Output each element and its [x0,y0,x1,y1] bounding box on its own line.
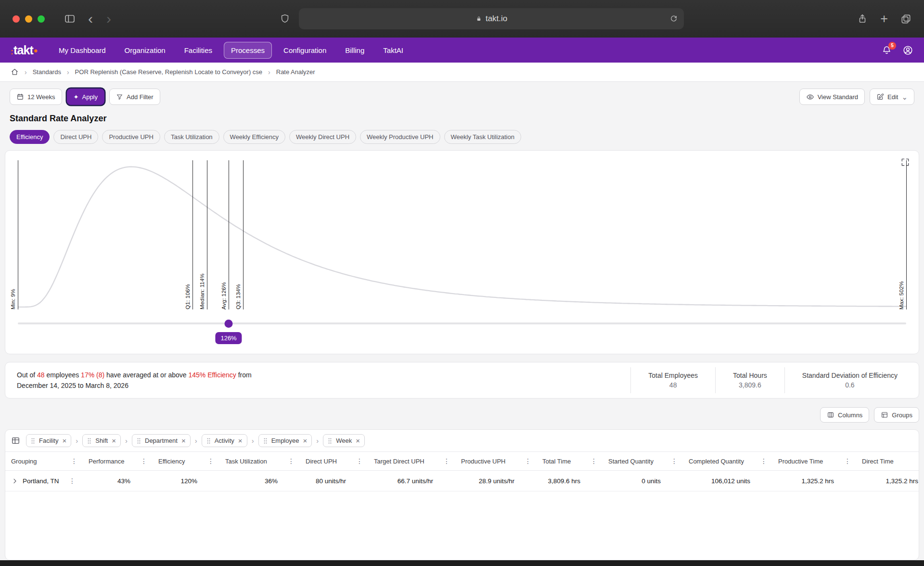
nav-item-organization[interactable]: Organization [117,42,173,59]
column-menu-icon[interactable]: ⋮ [69,457,79,465]
column-header-efficiency[interactable]: Efficiency⋮ [153,452,219,470]
share-icon[interactable] [857,13,868,24]
column-header-completed-quantity[interactable]: Completed Quantity⋮ [683,452,772,470]
tab-task-utilization[interactable]: Task Utilization [164,130,219,144]
remove-chip-icon[interactable]: × [303,437,307,444]
notifications-bell-icon[interactable]: 5 [882,45,892,55]
column-header-target-direct-uph[interactable]: Target Direct UPH⋮ [368,452,455,470]
column-menu-icon[interactable]: ⋮ [286,457,296,465]
grouping-chip-department[interactable]: Department × [132,434,191,447]
address-bar[interactable]: takt.io [299,8,684,29]
privacy-shield-icon[interactable] [280,13,290,24]
breadcrumb-rate-analyzer[interactable]: Rate Analyzer [276,68,315,76]
row-menu-icon[interactable]: ⋮ [67,477,77,485]
nav-item-configuration[interactable]: Configuration [276,42,334,59]
profile-avatar-icon[interactable] [902,45,913,56]
grouping-table-icon[interactable] [11,436,20,445]
close-window-button[interactable] [13,15,20,23]
column-header-total-time[interactable]: Total Time⋮ [537,452,603,470]
forward-button[interactable]: › [106,12,111,26]
grouping-chip-shift[interactable]: Shift × [82,434,121,447]
column-menu-icon[interactable]: ⋮ [139,457,149,465]
lock-icon [475,15,482,22]
drag-handle-icon[interactable] [137,437,141,444]
drag-handle-icon[interactable] [263,437,268,444]
tab-overview-icon[interactable] [900,13,911,25]
column-header-direct-uph[interactable]: Direct UPH⋮ [300,452,368,470]
nav-item-billing[interactable]: Billing [338,42,372,59]
edit-button[interactable]: Edit ⌄ [870,89,914,105]
minimize-window-button[interactable] [25,15,32,23]
grouping-chip-activity[interactable]: Activity × [202,434,247,447]
remove-chip-icon[interactable]: × [181,437,186,444]
date-range-button[interactable]: 12 Weeks [10,89,62,105]
slider-track[interactable] [18,322,906,324]
column-header-grouping[interactable]: Grouping⋮ [5,452,83,470]
column-header-direct-time[interactable]: Direct Time⋮ [856,452,919,470]
nav-items: My Dashboard Organization Facilities Pro… [51,42,411,59]
groups-label: Groups [892,412,912,419]
remove-chip-icon[interactable]: × [112,437,116,444]
drag-handle-icon[interactable] [87,437,91,444]
column-header-performance[interactable]: Performance⋮ [83,452,153,470]
slider-handle[interactable] [225,320,233,328]
column-menu-icon[interactable]: ⋮ [669,457,679,465]
browser-chrome: ‹ › takt.io + [0,0,924,38]
drag-handle-icon[interactable] [206,437,211,444]
nav-item-taktai[interactable]: TaktAI [376,42,411,59]
chart-marker-q1: Q1: 106% [192,160,193,309]
tab-direct-uph[interactable]: Direct UPH [53,130,98,144]
remove-chip-icon[interactable]: × [238,437,243,444]
chip-separator-icon: › [252,437,254,445]
grouping-chip-week[interactable]: Week × [323,434,365,447]
breadcrumb-standard-name[interactable]: POR Replenish (Case Reserve, Replenish L… [75,68,262,76]
reload-icon[interactable] [669,14,678,23]
nav-item-my-dashboard[interactable]: My Dashboard [51,42,113,59]
tab-weekly-task-utilization[interactable]: Weekly Task Utilization [444,130,521,144]
apply-button[interactable]: ✦ Apply [67,89,104,105]
column-header-started-quantity[interactable]: Started Quantity⋮ [603,452,683,470]
tab-productive-uph[interactable]: Productive UPH [102,130,160,144]
remove-chip-icon[interactable]: × [62,437,66,444]
column-header-productive-uph[interactable]: Productive UPH⋮ [455,452,537,470]
grouping-chip-facility[interactable]: Facility × [26,434,71,447]
view-standard-button[interactable]: View Standard [799,89,865,105]
column-header-productive-time[interactable]: Productive Time⋮ [772,452,856,470]
tab-efficiency[interactable]: Efficiency [10,130,50,144]
column-menu-icon[interactable]: ⋮ [589,457,599,465]
column-menu-icon[interactable]: ⋮ [843,457,852,465]
remove-chip-icon[interactable]: × [356,437,360,444]
column-menu-icon[interactable]: ⋮ [206,457,216,465]
drag-handle-icon[interactable] [31,437,35,444]
zoom-window-button[interactable] [38,15,45,23]
add-filter-button[interactable]: Add Filter [109,89,160,105]
sidebar-toggle-icon[interactable] [64,13,76,25]
tab-weekly-efficiency[interactable]: Weekly Efficiency [223,130,285,144]
column-header-task-utilization[interactable]: Task Utilization⋮ [219,452,300,470]
table-row[interactable]: Portland, TN ⋮ 43% 120% 36% 80 units/hr … [5,471,919,491]
groups-button[interactable]: Groups [874,407,919,423]
new-tab-button[interactable]: + [880,13,888,26]
takt-logo[interactable]: :takt• [11,43,37,57]
tab-weekly-productive-uph[interactable]: Weekly Productive UPH [360,130,440,144]
apply-label: Apply [82,93,98,101]
breadcrumb-standards[interactable]: Standards [33,68,61,76]
grouping-chip-employee[interactable]: Employee × [258,434,312,447]
cell-productive-uph: 28.9 units/hr [455,471,537,491]
nav-item-processes[interactable]: Processes [224,42,272,59]
plus-icon: + [880,13,888,26]
columns-button[interactable]: Columns [820,407,869,423]
column-menu-icon[interactable]: ⋮ [355,457,364,465]
column-menu-icon[interactable]: ⋮ [759,457,769,465]
column-menu-icon[interactable]: ⋮ [442,457,451,465]
expand-row-icon[interactable] [11,477,18,485]
home-icon[interactable] [11,68,19,76]
group-label: Portland, TN [23,477,59,485]
column-menu-icon[interactable]: ⋮ [523,457,533,465]
chip-label: Department [145,437,178,444]
tab-weekly-direct-uph[interactable]: Weekly Direct UPH [289,130,356,144]
back-button[interactable]: ‹ [88,12,93,26]
nav-item-facilities[interactable]: Facilities [177,42,219,59]
drag-handle-icon[interactable] [328,437,332,444]
cell-efficiency: 120% [153,471,219,491]
